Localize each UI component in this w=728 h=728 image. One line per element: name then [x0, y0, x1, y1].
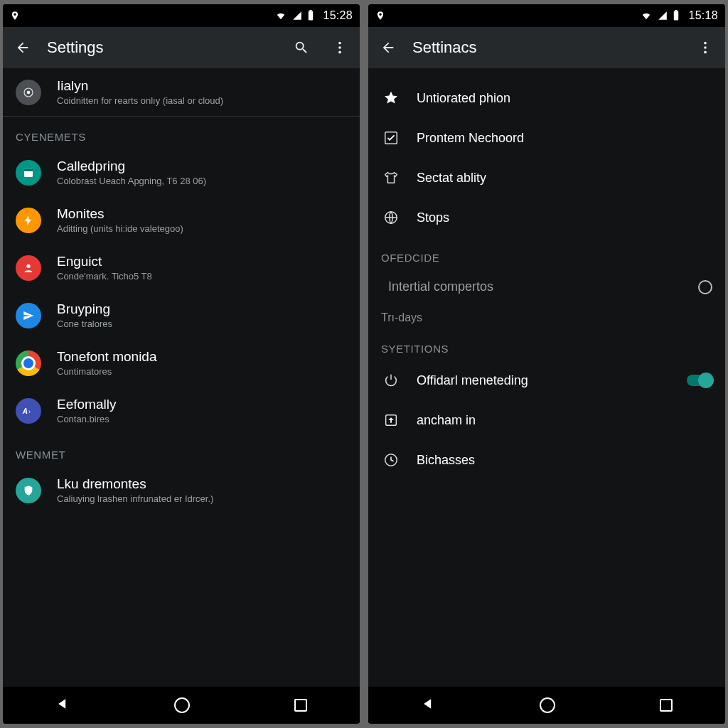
boxed-arrow-icon: [381, 410, 401, 430]
svg-text:›: ›: [28, 408, 31, 415]
list-item[interactable]: Enguict Conde'mark. Ticho5 T8: [3, 244, 360, 291]
item-subtitle: Contan.bires: [57, 414, 116, 424]
search-button[interactable]: [287, 33, 316, 62]
nav-bar: [368, 687, 725, 724]
list-item[interactable]: Bichasses: [368, 440, 725, 480]
item-subtitle: Colobrast Ueach Apgning, T6 28 06): [57, 176, 206, 186]
settings-list: Untiorated phion Prontem Nechoord Sectat…: [368, 68, 725, 687]
nav-home[interactable]: [174, 697, 190, 713]
item-subtitle: Caliuying lrashen infrunated er Idrcer.): [57, 493, 213, 504]
section-header: OFEDCIDE: [368, 237, 725, 269]
az-icon: A›: [16, 398, 41, 424]
location-icon: [10, 9, 20, 22]
item-title: Offidarl meneteding: [417, 373, 528, 388]
toggle-switch[interactable]: [687, 375, 712, 386]
wifi-icon: [640, 11, 653, 21]
person-icon: [16, 255, 41, 281]
list-item[interactable]: Sectat ablity: [368, 158, 725, 198]
preference-row[interactable]: Trı-days: [368, 304, 725, 328]
svg-rect-12: [674, 11, 678, 21]
list-item[interactable]: Lku dremontes Caliuying lrashen infrunat…: [3, 466, 360, 514]
item-title: Calledpring: [57, 159, 206, 174]
globe-icon: [381, 208, 401, 228]
status-time: 15:18: [688, 9, 718, 22]
phone-left: 15:28 Settings Iialyn Coidnitte: [3, 4, 360, 724]
battery-icon: [307, 10, 314, 21]
app-title: Settings: [47, 38, 277, 57]
list-item[interactable]: Bruyping Cone tralores: [3, 291, 360, 339]
more-button[interactable]: [691, 33, 719, 62]
item-title: Sectat ablity: [417, 171, 486, 186]
item-title: Tonefont monida: [57, 349, 157, 365]
svg-point-3: [338, 46, 341, 49]
svg-rect-8: [24, 168, 33, 171]
target-icon: [22, 86, 35, 99]
list-item[interactable]: Offidarl meneteding: [368, 360, 725, 400]
svg-rect-0: [309, 11, 313, 21]
svg-point-15: [704, 46, 707, 49]
back-button[interactable]: [9, 33, 37, 62]
search-icon: [294, 40, 309, 55]
signal-icon: [291, 11, 303, 21]
item-title: Untiorated phion: [417, 91, 510, 106]
item-title: Bichasses: [417, 453, 475, 468]
hero-icon: [16, 80, 41, 105]
list-item[interactable]: ancham in: [368, 400, 725, 440]
hero-subtitle: Coidnitten for rearts onlıy (iasal or cl…: [57, 95, 223, 106]
more-vert-icon: [332, 40, 348, 55]
status-bar: 15:18: [368, 4, 725, 27]
nav-back[interactable]: [421, 697, 435, 714]
preference-row[interactable]: Intertial compertos: [368, 269, 725, 304]
checkbox-icon: [381, 128, 401, 148]
hero-title: Iialyn: [57, 78, 223, 94]
list-item[interactable]: Prontem Nechoord: [368, 118, 725, 158]
item-title: Eefomally: [57, 397, 116, 412]
power-icon: [381, 370, 401, 390]
svg-rect-1: [310, 10, 312, 11]
list-item[interactable]: Calledpring Colobrast Ueach Apgning, T6 …: [3, 149, 360, 196]
app-title: Settinacs: [412, 38, 681, 57]
radio-button[interactable]: [698, 280, 712, 294]
svg-text:A: A: [22, 407, 28, 415]
phone-right: 15:18 Settinacs Untiorated phion: [368, 4, 725, 724]
preference-label: Intertial compertos: [388, 279, 493, 294]
svg-rect-13: [675, 10, 678, 11]
nav-bar: [3, 687, 360, 724]
wifi-icon: [274, 11, 287, 21]
svg-point-9: [26, 264, 30, 267]
item-subtitle: Cone tralores: [57, 318, 112, 329]
list-item[interactable]: Monites Aditting (units hi:ide valetegoo…: [3, 196, 360, 244]
location-icon: [375, 9, 385, 22]
app-bar: Settinacs: [368, 27, 725, 68]
section-header: CYENEMETS: [3, 117, 360, 149]
send-icon: [16, 303, 41, 328]
calendar-icon: [16, 160, 41, 186]
list-item[interactable]: A› Eefomally Contan.bires: [3, 387, 360, 434]
hero-row[interactable]: Iialyn Coidnitten for rearts onlıy (iasa…: [3, 68, 360, 116]
arrow-back-icon: [380, 40, 396, 55]
svg-point-6: [27, 90, 31, 94]
more-button[interactable]: [326, 33, 354, 62]
item-subtitle: Conde'mark. Ticho5 T8: [57, 271, 152, 282]
item-title: Prontem Nechoord: [417, 131, 524, 146]
item-title: Lku dremontes: [57, 476, 213, 492]
item-title: Bruyping: [57, 301, 112, 317]
nav-back[interactable]: [55, 697, 70, 714]
settings-list: Iialyn Coidnitten for rearts onlıy (iasa…: [3, 68, 360, 687]
nav-home[interactable]: [540, 697, 555, 713]
nav-recent[interactable]: [660, 699, 673, 712]
signal-icon: [657, 11, 668, 21]
svg-point-4: [338, 51, 341, 54]
list-item[interactable]: Stops: [368, 198, 725, 237]
back-button[interactable]: [374, 33, 402, 62]
item-subtitle: Cuntimatores: [57, 366, 157, 377]
status-bar: 15:28: [3, 4, 360, 27]
arrow-back-icon: [15, 40, 31, 55]
svg-point-14: [704, 42, 707, 45]
svg-point-2: [338, 42, 341, 45]
nav-recent[interactable]: [294, 699, 307, 712]
svg-point-16: [704, 51, 707, 54]
list-item[interactable]: Tonefont monida Cuntimatores: [3, 339, 360, 387]
item-subtitle: Aditting (units hi:ide valetegoo): [57, 223, 183, 234]
list-item[interactable]: Untiorated phion: [368, 78, 725, 118]
